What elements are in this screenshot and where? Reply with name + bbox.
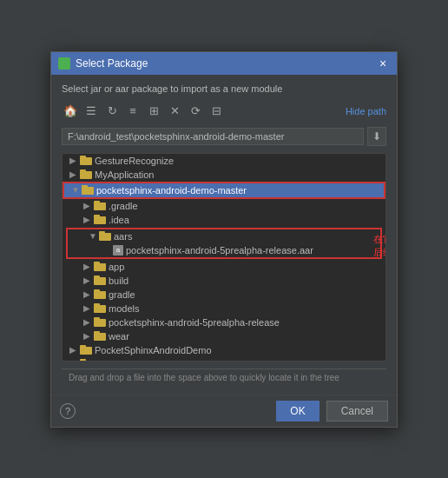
footer-buttons: OK Cancel bbox=[276, 401, 388, 422]
folder-icon bbox=[94, 276, 106, 285]
tree-arrow bbox=[83, 276, 94, 285]
status-bar: Drag and drop a file into the space abov… bbox=[62, 368, 386, 386]
tree-item-label: app bbox=[109, 262, 124, 272]
package-icon bbox=[58, 57, 70, 70]
refresh-button[interactable]: ↻ bbox=[103, 103, 121, 120]
select-package-dialog: Select Package × Select jar or aar packa… bbox=[50, 51, 398, 428]
folder-icon bbox=[82, 185, 94, 195]
tree-arrow bbox=[69, 169, 80, 179]
dialog-title: Select Package bbox=[76, 57, 148, 70]
tree-item-label: gradle bbox=[109, 289, 135, 300]
aars-highlight-box: aars a pocketsphinx-android-5prealpha-re… bbox=[66, 228, 382, 259]
dialog-footer: ? OK Cancel bbox=[51, 395, 397, 427]
folder-icon bbox=[94, 201, 106, 210]
home-button[interactable]: 🏠 bbox=[62, 103, 79, 120]
dialog-subtitle: Select jar or aar package to import as a… bbox=[62, 83, 386, 94]
copy-button[interactable]: ⊞ bbox=[145, 103, 162, 120]
tree-item-PocketSphinxAndroidDemo[interactable]: PocketSphinxAndroidDemo bbox=[63, 343, 385, 357]
tree-item-pocketsphinx-demo[interactable]: pocketsphinx-android-demo-master bbox=[63, 182, 385, 199]
aar-file-icon: a bbox=[113, 245, 123, 256]
tree-item-label: GestureRecognize bbox=[95, 156, 174, 166]
tree-arrow bbox=[89, 231, 99, 241]
tree-item-gradle-folder[interactable]: gradle bbox=[63, 288, 385, 302]
tree-item-GestureRecognize[interactable]: GestureRecognize bbox=[63, 154, 385, 168]
path-input[interactable] bbox=[62, 128, 364, 145]
tree-item-label: .idea bbox=[109, 215, 129, 225]
tree-item-PocketSphinxAndroidDemo1[interactable]: PocketSphinxAndroidDemo1 bbox=[63, 357, 385, 362]
close-button[interactable]: × bbox=[376, 56, 390, 70]
tree-item-label: models bbox=[109, 303, 139, 314]
tree-arrow bbox=[83, 201, 94, 210]
browse-button[interactable]: ⬇ bbox=[367, 127, 386, 146]
tree-item-models[interactable]: models bbox=[63, 302, 385, 315]
settings-button[interactable]: ⊟ bbox=[208, 103, 225, 120]
list-view-button[interactable]: ☰ bbox=[82, 103, 100, 120]
tree-arrow bbox=[69, 359, 80, 362]
folder-icon bbox=[94, 303, 106, 313]
folder-icon bbox=[94, 289, 106, 299]
tree-item-label: pocketsphinx-android-demo-master bbox=[96, 185, 247, 196]
tree-item-label: MyApplication bbox=[95, 169, 154, 180]
tree-item-MyApplication[interactable]: MyApplication bbox=[63, 168, 385, 182]
tree-item-label: .gradle bbox=[109, 201, 138, 211]
folder-icon bbox=[80, 156, 92, 165]
sync-button[interactable]: ⟳ bbox=[187, 103, 204, 120]
path-input-row: ⬇ bbox=[62, 127, 386, 146]
tree-arrow bbox=[83, 289, 94, 299]
ok-button[interactable]: OK bbox=[276, 401, 319, 422]
folder-icon bbox=[94, 215, 106, 224]
tree-item-app[interactable]: app bbox=[63, 260, 385, 274]
folder-icon bbox=[94, 262, 106, 271]
tree-item-build[interactable]: build bbox=[63, 274, 385, 288]
tree-arrow bbox=[83, 262, 94, 271]
folder-icon bbox=[80, 345, 92, 355]
tree-arrow bbox=[83, 215, 94, 224]
tree-item-label: PocketSphinxAndroidDemo1 bbox=[95, 359, 217, 362]
tree-item-aars[interactable]: aars bbox=[68, 229, 380, 243]
toolbar: 🏠 ☰ ↻ ≡ ⊞ ✕ ⟳ ⊟ Hide path bbox=[62, 103, 386, 120]
tree-item-pocketsphinx-release[interactable]: pocketsphinx-android-5prealpha-release bbox=[63, 315, 385, 329]
folder-icon bbox=[94, 317, 106, 327]
tree-item-idea[interactable]: .idea bbox=[63, 213, 385, 227]
folder-icon bbox=[80, 359, 92, 362]
file-tree[interactable]: GestureRecognize MyApplication pocketsph… bbox=[62, 153, 386, 362]
tree-item-aar-file[interactable]: a pocketsphinx-android-5prealpha-release… bbox=[68, 243, 380, 257]
tree-arrow bbox=[71, 185, 82, 195]
folder-icon bbox=[94, 331, 106, 341]
dialog-titlebar: Select Package × bbox=[51, 52, 397, 75]
tree-item-label: build bbox=[109, 276, 128, 286]
cancel-button[interactable]: Cancel bbox=[326, 401, 388, 422]
status-text: Drag and drop a file into the space abov… bbox=[69, 373, 339, 382]
navigate-button[interactable]: ≡ bbox=[124, 103, 142, 120]
titlebar-left: Select Package bbox=[58, 57, 148, 70]
tree-item-gradle[interactable]: .gradle bbox=[63, 199, 385, 213]
tree-arrow bbox=[69, 156, 80, 165]
tree-item-wear[interactable]: wear bbox=[63, 329, 385, 343]
tree-item-label: wear bbox=[109, 331, 129, 342]
tree-arrow bbox=[83, 303, 94, 313]
hide-path-button[interactable]: Hide path bbox=[346, 106, 386, 116]
folder-icon bbox=[99, 231, 111, 241]
tree-item-label: PocketSphinxAndroidDemo bbox=[95, 345, 212, 355]
tree-item-label: pocketsphinx-android-5prealpha-release.a… bbox=[126, 245, 313, 256]
tree-item-label: pocketsphinx-android-5prealpha-release bbox=[109, 317, 280, 328]
tree-item-label: aars bbox=[114, 231, 132, 242]
help-button[interactable]: ? bbox=[60, 403, 76, 419]
tree-arrow bbox=[69, 345, 80, 355]
folder-icon bbox=[80, 169, 92, 179]
dialog-body: Select jar or aar package to import as a… bbox=[51, 75, 397, 395]
tree-arrow bbox=[83, 331, 94, 341]
tree-arrow bbox=[83, 317, 94, 327]
delete-button[interactable]: ✕ bbox=[166, 103, 183, 120]
